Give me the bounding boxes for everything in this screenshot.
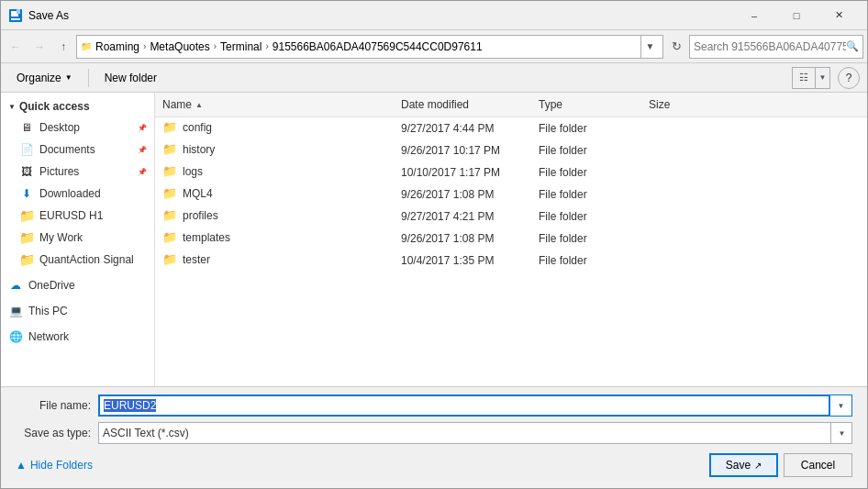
sidebar-quick-access-section: ▼ Quick access 🖥 Desktop 📌 📄 Documents 📌… [1,96,154,271]
table-row[interactable]: 📁 profiles 9/27/2017 4:21 PM File folder [155,206,867,228]
toolbar: Organize ▼ New folder ☷ ▼ ? [1,63,867,93]
search-box[interactable]: 🔍 [689,35,863,59]
path-dropdown-chevron[interactable]: ▼ [640,35,659,59]
file-date-cell: 9/27/2017 4:21 PM [394,208,531,225]
dialog-title: Save As [28,9,733,22]
minimize-button[interactable]: – [733,1,775,30]
filename-dropdown-chevron[interactable]: ▼ [830,395,852,417]
organize-button[interactable]: Organize ▼ [8,67,81,89]
save-button[interactable]: Save ↗ [709,453,778,477]
file-type-cell: File folder [531,252,641,269]
column-date-label: Date modified [401,98,469,111]
sidebar-item-onedrive[interactable]: ☁ OneDrive [1,274,154,296]
sidebar-item-mywork[interactable]: 📁 My Work [1,227,154,249]
table-row[interactable]: 📁 templates 9/26/2017 1:08 PM File folde… [155,228,867,250]
file-size-cell [641,171,715,174]
up-button[interactable]: ↑ [52,36,74,58]
hide-folders-label: Hide Folders [30,459,93,472]
title-bar: Save As – □ ✕ [1,1,867,30]
column-type[interactable]: Type [531,96,641,113]
file-date-cell: 10/4/2017 1:35 PM [394,252,531,269]
column-date[interactable]: Date modified [394,96,531,113]
toolbar-separator [88,69,89,87]
maximize-button[interactable]: □ [775,1,818,30]
file-name-text: templates [183,231,230,244]
cancel-button[interactable]: Cancel [784,453,852,477]
sidebar-item-network[interactable]: 🌐 Network [1,326,154,348]
sidebar-item-desktop[interactable]: 🖥 Desktop 📌 [1,117,154,139]
column-type-label: Type [539,98,562,111]
column-size-label: Size [649,98,670,111]
quick-access-header[interactable]: ▼ Quick access [1,96,154,117]
sidebar-quantaction-label: QuantAction Signal [39,253,134,266]
file-name-text: logs [183,165,203,178]
mywork-folder-icon: 📁 [19,230,34,245]
sidebar-thispc-label: This PC [28,305,68,317]
view-button[interactable]: ☷ [793,68,815,88]
search-input[interactable] [694,40,846,53]
thispc-icon: 💻 [8,304,23,318]
sidebar-network-section: 🌐 Network [1,326,154,348]
forward-button[interactable]: → [28,36,50,58]
pin-icon: 📌 [138,124,147,132]
svg-rect-2 [17,9,20,14]
file-date-cell: 9/26/2017 1:08 PM [394,230,531,247]
sidebar-item-pictures[interactable]: 🖼 Pictures 📌 [1,161,154,183]
column-size[interactable]: Size [641,96,715,113]
eurusd-folder-icon: 📁 [19,208,34,223]
sidebar-onedrive-section: ☁ OneDrive [1,274,154,296]
path-item-metaquotes[interactable]: MetaQuotes [148,40,211,53]
savetype-label: Save as type: [16,427,98,439]
sidebar-item-downloaded[interactable]: ⬇ Downloaded [1,183,154,205]
onedrive-icon: ☁ [8,278,23,293]
sidebar-item-eurusd[interactable]: 📁 EURUSD H1 [1,205,154,227]
folder-icon: 📁 [162,142,177,157]
sidebar-pictures-label: Pictures [39,165,79,178]
filename-row: File name: ▼ [16,395,852,417]
table-row[interactable]: 📁 MQL4 9/26/2017 1:08 PM File folder [155,183,867,206]
sidebar-item-documents[interactable]: 📄 Documents 📌 [1,139,154,161]
file-type-cell: File folder [531,230,641,247]
path-item-roaming[interactable]: Roaming [94,40,141,53]
path-item-terminal[interactable]: Terminal [218,40,263,53]
file-date-cell: 10/10/2017 1:17 PM [394,164,531,181]
sidebar-documents-label: Documents [39,143,95,156]
file-name-text: profiles [183,209,218,222]
file-name-text: config [183,121,212,134]
address-path[interactable]: 📁 Roaming › MetaQuotes › Terminal › 9155… [76,35,663,59]
table-row[interactable]: 📁 history 9/26/2017 10:17 PM File folder [155,139,867,161]
file-date-cell: 9/27/2017 4:44 PM [394,120,531,137]
savetype-select[interactable]: ASCII Text (*.csv) [98,422,852,444]
file-type-cell: File folder [531,208,641,225]
hide-folders-button[interactable]: ▲ Hide Folders [16,455,93,475]
path-item-guid[interactable]: 915566BA06ADA407569C544CC0D97611 [271,40,484,53]
close-button[interactable]: ✕ [818,1,860,30]
column-name[interactable]: Name ▲ [155,96,394,113]
sidebar-item-thispc[interactable]: 💻 This PC [1,300,154,322]
sidebar-item-quantaction[interactable]: 📁 QuantAction Signal [1,249,154,271]
back-button[interactable]: ← [5,36,27,58]
sidebar-mywork-label: My Work [39,231,83,244]
pin-icon-pics: 📌 [138,168,147,176]
sidebar-network-label: Network [28,330,69,343]
table-row[interactable]: 📁 logs 10/10/2017 1:17 PM File folder [155,161,867,183]
file-list: Name ▲ Date modified Type Size 📁 config [155,93,867,386]
quantaction-folder-icon: 📁 [19,252,34,267]
help-button[interactable]: ? [838,67,860,89]
file-size-cell [641,193,715,196]
view-toggle: ☷ ▼ [792,67,830,89]
pictures-icon: 🖼 [19,164,34,179]
view-chevron-icon[interactable]: ▼ [815,68,829,88]
organize-label: Organize [17,72,61,84]
new-folder-button[interactable]: New folder [96,67,165,89]
file-type-cell: File folder [531,186,641,203]
filename-input[interactable] [98,395,830,417]
file-type-cell: File folder [531,120,641,137]
chevron-sep-3: › [265,41,268,51]
file-name-text: history [183,143,215,156]
table-row[interactable]: 📁 config 9/27/2017 4:44 PM File folder [155,117,867,139]
sidebar-eurusd-label: EURUSD H1 [39,209,103,222]
refresh-button[interactable]: ↻ [665,35,687,59]
table-row[interactable]: 📁 tester 10/4/2017 1:35 PM File folder [155,250,867,272]
file-rows-container: 📁 config 9/27/2017 4:44 PM File folder 📁… [155,117,867,272]
